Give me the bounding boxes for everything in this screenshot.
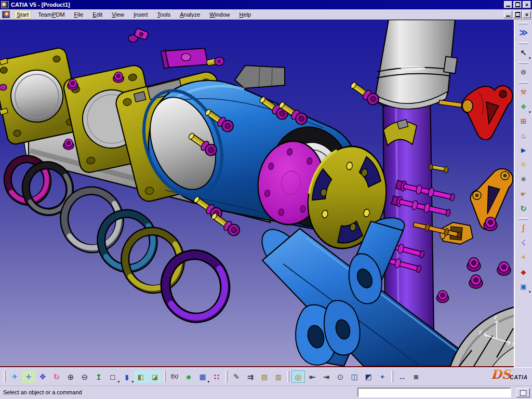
hand-parts-icon[interactable]: ☛ [516, 187, 531, 201]
toolbar-handle[interactable] [391, 371, 393, 382]
toolbar-handle[interactable] [4, 371, 6, 382]
title-bar: CATIA V5 - [Product1] × [0, 0, 532, 9]
catia-document-icon[interactable] [2, 11, 10, 18]
menu-item-tools[interactable]: Tools [155, 10, 174, 19]
dropdown-caret-icon[interactable]: ▾ [529, 110, 531, 114]
zoom-in-icon[interactable]: ⊕ [64, 370, 77, 383]
grid-table-icon[interactable]: ▦▾ [196, 370, 209, 383]
window-title: CATIA V5 - [Product1] [11, 2, 504, 8]
axis-label-z: z [494, 314, 497, 320]
forward-end-icon[interactable]: ⇥ [320, 370, 333, 383]
design-table-icon[interactable]: ☻ [182, 370, 195, 383]
iso-view-icon[interactable]: ◻▾ [106, 370, 119, 383]
sketch-flash-icon[interactable]: ✎ [230, 370, 243, 383]
structure-links-icon[interactable]: ∷ [210, 370, 223, 383]
clash-icon[interactable]: ◆ [516, 265, 531, 278]
menu-item-view[interactable]: View [109, 10, 127, 19]
magnifier-icon[interactable]: ⊙ [334, 370, 347, 383]
catia-app-icon[interactable] [1, 1, 9, 8]
status-message: Select an object or a command [3, 389, 82, 395]
dropdown-caret-icon[interactable]: ▾ [131, 380, 134, 383]
menu-item-teampdm[interactable]: TeamPDM [35, 10, 67, 19]
toolbar-handle[interactable] [519, 82, 528, 84]
toolbar-handle[interactable] [519, 218, 528, 220]
workbench-icon[interactable]: ≫ [516, 26, 531, 39]
manikin-structure-icon[interactable]: ⚒ [516, 85, 531, 99]
fit-all-icon[interactable]: ✛ [22, 370, 35, 383]
fly-icon[interactable]: ✈ [8, 370, 21, 383]
catia-window: CATIA V5 - [Product1] × StartTeamPDMFile… [0, 0, 532, 399]
ds-logo-text: DS [491, 369, 511, 380]
toolbar-handle[interactable] [164, 371, 166, 382]
menu-item-insert[interactable]: Insert [131, 10, 151, 19]
camera-box-icon[interactable]: ▣▾ [516, 280, 531, 293]
zoom-out-icon[interactable]: ⊖ [78, 370, 91, 383]
toolbar-handle[interactable] [225, 371, 228, 382]
dropdown-caret-icon[interactable]: ▾ [207, 380, 209, 383]
catalog-browse-icon[interactable]: ▥ [272, 370, 285, 383]
animation-player-icon[interactable]: ▶ [516, 143, 531, 157]
toolbar-handle[interactable] [519, 42, 528, 44]
close-button[interactable]: × [523, 1, 531, 8]
shapes-structure-icon[interactable]: ❖▾ [516, 100, 531, 113]
layers-stack-icon[interactable]: ≡ [516, 158, 531, 171]
bottom-toolbar: DS CATIA ✈✛✥↻⊕⊖↥◻▾▮▾◧◪f(x)☻▦▾∷✎⇉▤▥◎⇤⇥⊙◫◩… [0, 367, 532, 385]
menu-bar: StartTeamPDMFileEditViewInsertToolsAnaly… [0, 9, 532, 20]
measure-icon[interactable]: ↔ [395, 370, 409, 383]
catalog-new-icon[interactable]: ▤ [258, 370, 271, 383]
snake-route-icon[interactable]: ∫ [516, 221, 531, 235]
thermometer-structure-icon[interactable]: ♨ [516, 129, 531, 142]
catia-logo-text: CATIA [510, 375, 528, 380]
child-minimize-button[interactable] [504, 11, 512, 18]
door-icon[interactable]: ◫ [348, 370, 361, 383]
menu-item-start[interactable]: Start [14, 10, 31, 19]
wedge-block[interactable] [235, 65, 285, 88]
right-toolbar: ≫↖▾☸⚒❖▾⊞♨▶≡✳☛↻∫☇✦◆▣▾ [514, 20, 532, 367]
menu-item-file[interactable]: File [72, 10, 86, 19]
select-arrow-icon[interactable]: ↖▾ [516, 46, 531, 59]
depth-effect-icon[interactable]: ◩ [362, 370, 375, 383]
normal-view-icon[interactable]: ↥ [92, 370, 105, 383]
toolbar-handle[interactable] [519, 22, 528, 24]
3d-viewport[interactable]: z x y [0, 20, 514, 367]
command-input[interactable] [357, 388, 511, 397]
render-style-icon[interactable]: ▮▾ [120, 370, 134, 383]
ds-catia-logo: DS CATIA [491, 369, 528, 380]
spray-light-icon[interactable]: ✦ [376, 370, 389, 383]
child-restore-button[interactable] [513, 11, 522, 18]
power-input-button[interactable] [516, 388, 530, 397]
dropdown-caret-icon[interactable]: ▾ [529, 56, 531, 60]
fast-forward-icon[interactable]: ⇉ [244, 370, 257, 383]
main-strut[interactable] [376, 20, 457, 109]
dropdown-caret-icon[interactable]: ▾ [117, 380, 119, 383]
toolbar-handle[interactable] [519, 62, 528, 64]
rewind-start-icon[interactable]: ⇤ [305, 370, 319, 383]
macro-gear-icon[interactable]: ☸ [516, 65, 531, 79]
child-close-button[interactable]: × [523, 11, 531, 18]
measure-device-icon[interactable]: ◙ [409, 370, 423, 383]
hidden-line-icon[interactable]: ◪ [148, 370, 162, 383]
human-activity-icon[interactable]: ☇ [516, 236, 531, 249]
menu-item-edit[interactable]: Edit [90, 10, 105, 19]
restore-button[interactable] [513, 1, 522, 8]
target-icon[interactable]: ◎ [291, 370, 305, 383]
menu-item-analyze[interactable]: Analyze [177, 10, 203, 19]
shading-icon[interactable]: ◧ [134, 370, 148, 383]
menu-item-window[interactable]: Window [207, 10, 232, 19]
minimize-button[interactable] [504, 1, 512, 8]
toolbar-handle[interactable] [287, 371, 289, 382]
rotate-icon[interactable]: ↻ [50, 370, 63, 383]
menu-item-help[interactable]: Help [236, 10, 254, 19]
pan-icon[interactable]: ✥ [36, 370, 49, 383]
explode-icon[interactable]: ✳ [516, 172, 531, 186]
dropdown-caret-icon[interactable]: ▾ [529, 290, 531, 294]
status-bar: Select an object or a command [0, 385, 532, 399]
update-cycle-icon[interactable]: ↻ [516, 202, 531, 215]
structure-add-icon[interactable]: ⊞ [516, 114, 531, 128]
formula-icon[interactable]: f(x) [168, 370, 181, 383]
light-flash-icon[interactable]: ✦ [516, 250, 531, 264]
